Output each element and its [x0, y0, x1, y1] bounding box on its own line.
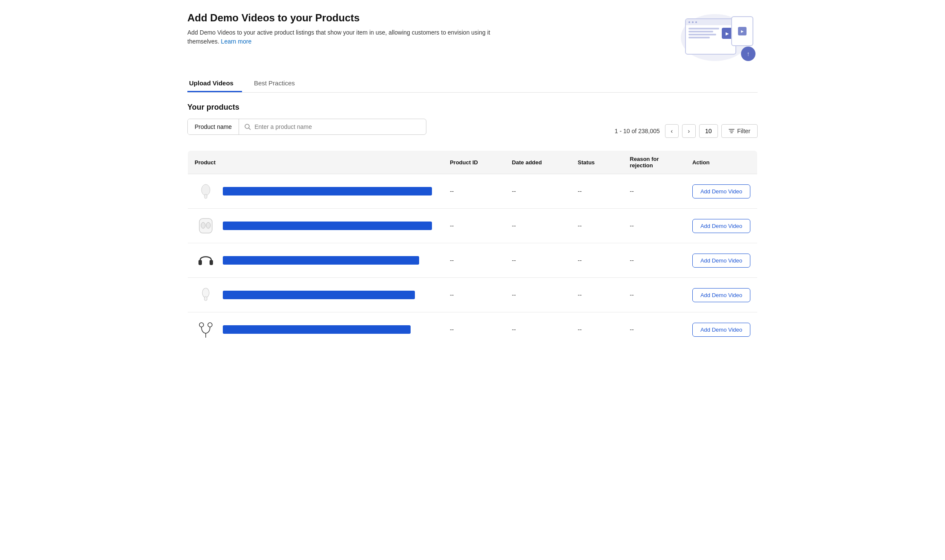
status-2: --	[571, 243, 623, 278]
col-header-product: Product	[188, 151, 443, 174]
pagination-info: 1 - 10 of 238,005	[615, 128, 660, 134]
learn-more-link[interactable]: Learn more	[221, 38, 252, 45]
product-id-4: --	[443, 312, 505, 347]
add-demo-video-button-4[interactable]: Add Demo Video	[692, 323, 750, 337]
page-size-input[interactable]	[699, 124, 718, 138]
status-1: --	[571, 209, 623, 243]
date-added-0: --	[505, 174, 571, 209]
reason-4: --	[623, 312, 685, 347]
svg-point-15	[208, 323, 212, 327]
product-name-bar-0	[223, 187, 432, 195]
product-name-bar-4	[223, 325, 411, 334]
add-demo-video-button-0[interactable]: Add Demo Video	[692, 184, 750, 198]
prev-page-button[interactable]: ‹	[665, 124, 679, 138]
svg-point-8	[201, 222, 205, 228]
svg-rect-11	[210, 260, 213, 265]
product-image-3	[195, 284, 217, 306]
tabs-bar: Upload Videos Best Practices	[187, 75, 758, 93]
table-row: -- -- -- -- Add Demo Video	[188, 243, 758, 278]
search-label: Product name	[188, 119, 239, 134]
product-id-0: --	[443, 174, 505, 209]
status-3: --	[571, 278, 623, 312]
filter-icon	[729, 128, 735, 134]
action-cell-3: Add Demo Video	[685, 278, 758, 312]
product-image-2	[195, 249, 217, 271]
product-cell-2	[188, 243, 443, 278]
svg-rect-6	[204, 194, 207, 198]
table-row: -- -- -- -- Add Demo Video	[188, 312, 758, 347]
page-title: Add Demo Videos to your Products	[187, 12, 520, 24]
mobile-play-icon: ▶	[738, 27, 747, 35]
product-name-bar-2	[223, 256, 419, 265]
product-cell-3	[188, 278, 443, 312]
product-name-bar-3	[223, 291, 415, 299]
hero-illustration: ▶ ▶ ↑	[655, 12, 758, 63]
reason-2: --	[623, 243, 685, 278]
page-description: Add Demo Videos to your active product l…	[187, 28, 520, 46]
reason-1: --	[623, 209, 685, 243]
action-cell-1: Add Demo Video	[685, 209, 758, 243]
search-input[interactable]	[254, 123, 421, 130]
col-header-action: Action	[685, 151, 758, 174]
next-page-button[interactable]: ›	[682, 124, 696, 138]
date-added-2: --	[505, 243, 571, 278]
product-image-4	[195, 318, 217, 341]
product-id-3: --	[443, 278, 505, 312]
status-0: --	[571, 174, 623, 209]
action-cell-4: Add Demo Video	[685, 312, 758, 347]
svg-rect-13	[204, 297, 207, 300]
table-row: -- -- -- -- Add Demo Video	[188, 278, 758, 312]
products-table: Product Product ID Date added Status Rea…	[187, 150, 758, 347]
svg-point-9	[206, 222, 210, 228]
tab-best-practices[interactable]: Best Practices	[252, 75, 303, 92]
product-id-2: --	[443, 243, 505, 278]
filter-button[interactable]: Filter	[721, 124, 758, 138]
svg-point-5	[201, 184, 210, 195]
status-4: --	[571, 312, 623, 347]
date-added-1: --	[505, 209, 571, 243]
date-added-3: --	[505, 278, 571, 312]
upload-icon: ↑	[741, 47, 755, 61]
table-row: -- -- -- -- Add Demo Video	[188, 209, 758, 243]
product-image-0	[195, 180, 217, 202]
action-cell-2: Add Demo Video	[685, 243, 758, 278]
svg-point-14	[199, 323, 204, 327]
add-demo-video-button-1[interactable]: Add Demo Video	[692, 219, 750, 233]
col-header-date-added: Date added	[505, 151, 571, 174]
date-added-4: --	[505, 312, 571, 347]
table-header-row: Product Product ID Date added Status Rea…	[188, 151, 758, 174]
reason-3: --	[623, 278, 685, 312]
col-header-product-id: Product ID	[443, 151, 505, 174]
svg-rect-10	[198, 260, 202, 265]
svg-line-1	[249, 128, 251, 130]
search-icon	[244, 123, 251, 130]
col-header-reason: Reason for rejection	[623, 151, 685, 174]
product-id-1: --	[443, 209, 505, 243]
product-cell-0	[188, 174, 443, 209]
product-image-1	[195, 215, 217, 237]
reason-0: --	[623, 174, 685, 209]
section-title: Your products	[187, 103, 758, 112]
table-controls: 1 - 10 of 238,005 ‹ › Filter	[615, 124, 758, 138]
product-cell-1	[188, 209, 443, 243]
table-row: -- -- -- -- Add Demo Video	[188, 174, 758, 209]
search-bar: Product name	[187, 119, 426, 135]
add-demo-video-button-3[interactable]: Add Demo Video	[692, 288, 750, 302]
action-cell-0: Add Demo Video	[685, 174, 758, 209]
tab-upload-videos[interactable]: Upload Videos	[187, 75, 242, 92]
product-cell-4	[188, 312, 443, 347]
svg-point-12	[202, 288, 209, 298]
col-header-status: Status	[571, 151, 623, 174]
product-name-bar-1	[223, 222, 432, 230]
add-demo-video-button-2[interactable]: Add Demo Video	[692, 254, 750, 268]
